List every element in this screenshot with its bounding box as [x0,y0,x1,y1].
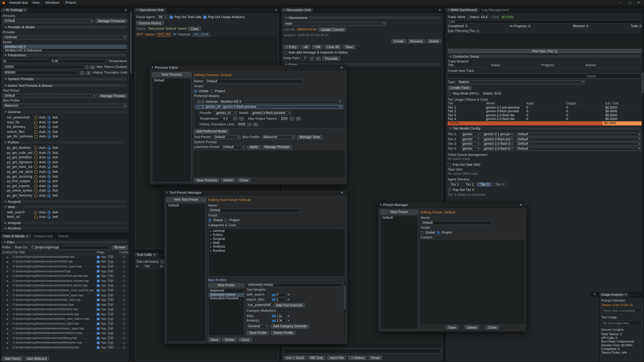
save-persona-button[interactable]: Save Persona [194,178,220,182]
category-tree-item[interactable]: ▸ Runtime [209,249,345,253]
tab-theme[interactable]: Theme [55,234,71,239]
save-profile-button[interactable]: Save Profile [246,331,269,335]
system-prompts-header[interactable]: ▾ System Prompts [3,77,127,81]
to-history-button[interactable]: -> History [348,356,367,360]
tier-model-config-header[interactable]: ▾ Tier Model Config [448,126,642,131]
temperature-slider[interactable]: 0.00 [3,59,107,63]
focus-agent-select[interactable]: All ▾ [157,15,168,19]
auto-radio[interactable] [34,125,38,129]
cache-indicator-icon[interactable] [122,327,125,330]
preset-content-textarea[interactable] [420,240,524,324]
cache-indicator-icon[interactable] [122,313,125,316]
tab-mma-dashboard[interactable]: ▾ MMA Dashboard [446,8,479,12]
close-dialog-button[interactable]: Close [237,178,250,182]
tier-model-select[interactable]: gemini-2.5-flash-lite ▾ [482,142,514,146]
save-preset-button[interactable]: Save [446,325,458,330]
multiplier-drag-input[interactable]: 1.5x [271,314,286,318]
category-tree-item[interactable]: ▸ Analysis [209,245,345,249]
minimize-icon[interactable]: — [619,1,622,5]
remove-file-button[interactable]: x [5,318,10,321]
close-panel-icon[interactable]: ✕ [436,8,443,12]
tier-provider-select[interactable]: gemini ▾ [461,142,481,146]
cache-indicator-icon[interactable] [122,303,125,306]
max-tokens-input[interactable]: 32000 [3,65,83,69]
weight-drag-input[interactable]: 4 [271,293,286,297]
cache-indicator-icon[interactable] [122,299,125,301]
ask-radio[interactable] [48,189,51,193]
increment-button[interactable]: + [239,117,244,120]
decrement-button[interactable]: - [290,117,294,120]
ask-radio[interactable] [48,216,51,219]
preset-name-input[interactable]: Default [420,221,492,225]
decrement-button[interactable] [85,65,88,69]
tool-category-header[interactable]: ▾ Web [3,205,127,209]
category-override-select[interactable]: General ▾ [246,324,269,329]
decrement-button[interactable]: - [80,71,84,75]
auto-radio[interactable] [34,156,38,159]
ask-radio[interactable] [48,116,51,119]
full-flag-button[interactable]: Full [107,332,114,335]
provider-model-header[interactable]: ▾ Provider & Model [3,25,127,29]
save-discussion-button[interactable]: Save [343,45,355,49]
full-flag-button[interactable]: Full [107,298,114,302]
add-wildcard-button[interactable]: Add Wildcard [24,357,49,361]
keep-pairs-input[interactable]: 2 [302,56,308,60]
persona-list-item[interactable]: Default [152,79,191,82]
category-tree-item[interactable]: ▸ General [209,229,345,233]
add-files-button[interactable]: Add File(s) [2,357,23,361]
decrement-button[interactable]: - [310,56,314,60]
rename-discussion-button[interactable]: Rename [408,39,425,43]
slider-knob[interactable] [4,60,6,63]
remove-file-button[interactable]: x [5,289,10,292]
system-prompt-textarea[interactable] [194,151,345,176]
manage-presets-button[interactable]: Manage Presets [98,94,127,98]
delete-profile-button[interactable]: Delete Profile [271,331,296,335]
ask-radio[interactable] [48,135,51,138]
tab-operations-hub[interactable]: ▾ Operations Hub [134,8,166,12]
load-preset-select[interactable]: Default ▾ [222,145,246,149]
epic-planning-textarea[interactable] [448,34,642,48]
maximize-icon[interactable]: ▢ [628,1,632,5]
weight-drag-input[interactable]: 4 [271,298,286,302]
model-list-item[interactable]: MiniMax-M2.5-highspeed [3,49,127,52]
ask-radio[interactable] [48,151,51,155]
remove-model-icon[interactable]: ✕ [339,105,342,109]
cache-indicator-icon[interactable] [122,284,125,287]
agg-checkbox[interactable] [97,265,100,268]
full-flag-button[interactable]: Full [107,275,114,278]
category-tree-item[interactable]: ▸ Python [209,233,345,237]
auto-radio[interactable] [34,151,38,155]
tool-override-select[interactable]: run_powershell ▾ [246,303,272,307]
close-tab-icon[interactable]: ✕ [153,253,156,257]
agg-checkbox[interactable] [97,308,100,311]
truncate-button[interactable]: Truncate [322,56,340,60]
cache-indicator-icon[interactable] [122,337,125,340]
browse-button[interactable]: Browse [112,245,128,250]
agg-checkbox[interactable] [97,332,100,335]
cache-indicator-icon[interactable] [122,265,125,268]
remove-override-icon[interactable]: ✕ [287,319,290,323]
reset-button[interactable]: Reset [368,356,382,360]
delete-discussion-button[interactable]: Delete [427,39,441,43]
manage-tools-button[interactable]: Manage Tools [297,135,322,139]
reorder-handle[interactable]: - [197,105,200,108]
remove-file-button[interactable]: x [5,327,10,330]
message-input[interactable] [284,348,441,354]
scope-project-radio[interactable] [224,219,228,222]
create-track-button[interactable]: Create Track [448,86,472,90]
conductor-setup-header[interactable]: ▸ Conductor Setup [448,54,642,58]
full-flag-button[interactable]: Full [107,279,114,283]
agg-checkbox[interactable] [97,303,100,306]
delete-preset-button[interactable]: Delete [465,325,479,330]
agg-checkbox[interactable] [97,323,100,325]
menu-item[interactable]: View [32,0,40,5]
history-limit-input[interactable]: 900000 [236,122,246,126]
create-discussion-button[interactable]: Create [391,39,406,43]
history-limit-input[interactable]: 900000 [3,71,78,75]
cache-indicator-icon[interactable] [122,260,125,263]
remove-file-button[interactable]: x [5,255,10,259]
close-dialog-icon[interactable]: ✕ [338,65,345,70]
stream-tab[interactable]: Tier 4 [492,183,506,186]
manage-prompts-button[interactable]: Manage Prompts [262,145,292,149]
ask-radio[interactable] [48,125,51,129]
